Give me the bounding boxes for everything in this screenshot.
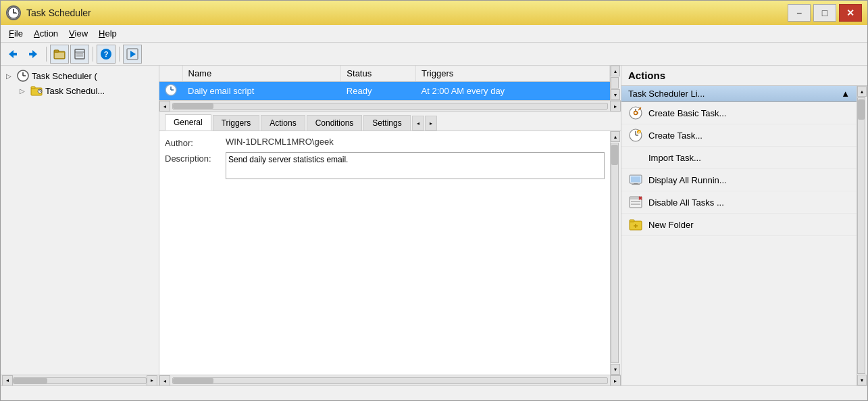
task-status: Ready [341,82,416,101]
action-disable-all[interactable]: Disable All Tasks ... [621,191,857,214]
task-scroll-right[interactable]: ▸ [610,101,621,112]
run-button[interactable] [123,45,142,64]
menu-action[interactable]: Action [28,27,63,40]
col-status: Status [341,66,416,82]
col-triggers: Triggers [416,66,610,82]
root-clock-icon [17,70,29,82]
menu-help[interactable]: Help [93,27,122,40]
help-button[interactable]: ? [97,45,116,64]
detail-area: General Triggers Actions Conditions Sett… [159,112,621,385]
detail-scroll-track [611,143,619,363]
right-scroll-down[interactable]: ▾ [857,375,867,385]
task-table-area: Name Status Triggers [159,66,621,112]
task-scroll-track [172,103,608,110]
author-value: WIN-1DLRCML1MRO\geek [226,137,605,147]
sidebar-item-library[interactable]: ▷ Task Schedul... [3,83,156,98]
detail-scroll-down[interactable]: ▾ [611,364,620,375]
create-basic-task-icon [628,105,643,120]
detail-form: Author: WIN-1DLRCML1MRO\geek Description… [159,131,610,375]
expand-icon-library: ▷ [20,87,28,95]
svg-marker-4 [29,50,37,58]
table-scroll-down[interactable]: ▾ [611,89,620,100]
action-new-folder[interactable]: New Folder [621,214,857,236]
browse-button[interactable] [50,45,69,64]
menu-bar: File Action View Help [1,25,867,43]
window: Task Scheduler − □ ✕ File Action View He… [0,0,868,401]
author-label: Author: [165,137,226,148]
clock-icon [7,6,20,20]
import-task-label: Import Task... [648,153,701,163]
description-row: Description: Send daily server statistic… [165,152,605,179]
tab-actions[interactable]: Actions [261,115,305,131]
table-scroll-track [611,77,619,89]
detail-scroll-left[interactable]: ◂ [159,375,170,385]
svg-point-30 [634,112,638,115]
svg-rect-6 [54,50,59,52]
tab-bar: General Triggers Actions Conditions Sett… [159,112,621,131]
new-folder-label: New Folder [648,220,693,230]
svg-point-0 [8,7,19,18]
action-create-basic-task[interactable]: Create Basic Task... [621,102,857,124]
right-scroll-up[interactable]: ▴ [857,86,867,97]
sidebar-item-root-label: Task Scheduler ( [32,71,97,81]
library-folder-icon [30,85,43,97]
sort-icon: ▲ [841,89,850,99]
action-create-task[interactable]: ⚙ Create Task... [621,124,857,147]
task-name: Daily email script [182,82,341,101]
menu-view[interactable]: View [63,27,93,40]
tab-triggers[interactable]: Triggers [213,115,260,131]
svg-rect-11 [76,55,83,57]
menu-file[interactable]: File [3,27,28,40]
close-button[interactable]: ✕ [839,4,862,22]
maximize-button[interactable]: □ [813,4,836,22]
detail-scroll-right[interactable]: ▸ [610,375,621,385]
description-label: Description: [165,152,226,164]
detail-h-track [172,377,608,384]
toolbar-separator-1 [46,47,47,62]
table-scroll-up[interactable]: ▴ [611,66,620,76]
create-basic-task-label: Create Basic Task... [648,108,726,118]
tab-conditions[interactable]: Conditions [307,115,363,131]
action-display-running[interactable]: Display All Runnin... [621,169,857,191]
disable-all-icon [628,195,643,210]
task-table-inner: Name Status Triggers [159,66,610,100]
description-textarea[interactable]: Send daily server statistics email. [226,152,605,179]
properties-button[interactable] [70,45,89,64]
author-row: Author: WIN-1DLRCML1MRO\geek [165,137,605,148]
properties-icon [74,48,86,60]
disable-all-label: Disable All Tasks ... [648,197,724,208]
table-row[interactable]: Daily email script Ready At 2:00 AM ever… [159,82,610,101]
detail-h-thumb [173,378,213,383]
detail-scroll-up[interactable]: ▴ [611,131,620,142]
action-import-task[interactable]: Import Task... [621,147,857,169]
svg-rect-20 [31,87,35,89]
detail-content: Author: WIN-1DLRCML1MRO\geek Description… [159,131,621,375]
task-table-scrollbar: ▴ ▾ [610,66,621,100]
task-triggers: At 2:00 AM every day [416,82,610,101]
tab-nav-right[interactable]: ▸ [425,116,437,131]
window-title: Task Scheduler [26,7,91,18]
sidebar-item-root[interactable]: ▷ Task Scheduler ( [3,68,156,83]
task-h-scrollbar: ◂ ▸ [159,100,621,111]
tab-general[interactable]: General [165,114,211,131]
tab-settings[interactable]: Settings [363,115,410,131]
tab-nav-left[interactable]: ◂ [412,116,424,131]
status-bar [1,385,867,400]
sidebar-scroll-left[interactable]: ◂ [2,375,13,386]
title-bar: Task Scheduler − □ ✕ [1,1,867,25]
help-icon: ? [100,48,112,60]
task-scroll-left[interactable]: ◂ [159,101,170,112]
svg-rect-41 [632,184,640,185]
sidebar-horizontal-scrollbar[interactable]: ◂ ▸ [1,375,159,385]
sidebar-scroll-right[interactable]: ▸ [147,375,157,386]
back-button[interactable] [3,45,22,64]
svg-text:?: ? [104,50,109,58]
detail-h-scrollbar: ◂ ▸ [159,375,621,385]
right-panel-content: Task Scheduler Li... ▲ [621,86,857,385]
actions-section-title[interactable]: Task Scheduler Li... ▲ [621,86,857,102]
title-bar-left: Task Scheduler [6,5,91,20]
svg-rect-49 [630,220,634,222]
sidebar-scroll-track [13,377,147,384]
forward-button[interactable] [24,45,43,64]
minimize-button[interactable]: − [788,4,811,22]
